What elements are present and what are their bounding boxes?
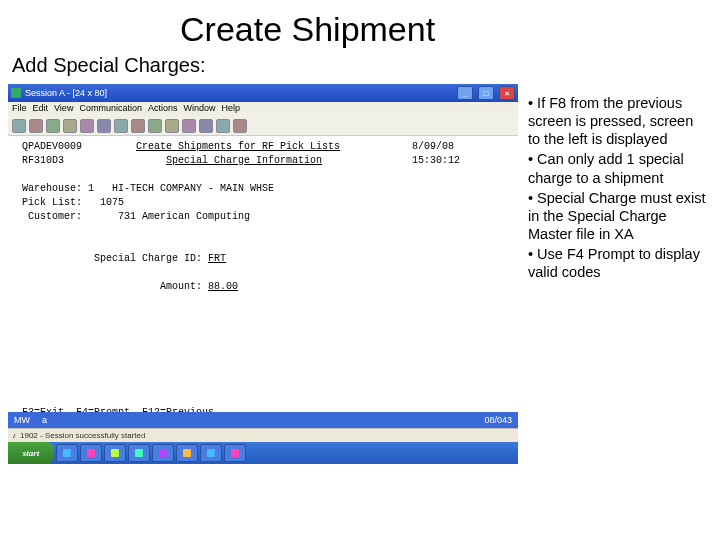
toolbar-icon[interactable] <box>63 119 77 133</box>
toolbar-icon[interactable] <box>199 119 213 133</box>
window-title: Session A - [24 x 80] <box>25 88 107 98</box>
charge-id-input[interactable]: FRT <box>208 253 226 264</box>
terminal-screen: QPADEV0009 Create Shipments for RF Pick … <box>8 136 518 412</box>
menu-item[interactable]: Edit <box>33 103 49 115</box>
menu-item[interactable]: File <box>12 103 27 115</box>
customer-name: American Computing <box>142 211 250 222</box>
close-button[interactable]: × <box>499 86 515 100</box>
toolbar-icon[interactable] <box>114 119 128 133</box>
warehouse-name: HI-TECH COMPANY - MAIN WHSE <box>112 183 274 194</box>
toolbar-icon[interactable] <box>46 119 60 133</box>
toolbar-icon[interactable] <box>97 119 111 133</box>
connect-icon: ♪ <box>12 431 16 440</box>
window-footer: ♪ 1902 - Session successfully started <box>8 428 518 442</box>
amount-input[interactable]: 88.00 <box>208 281 238 292</box>
menu-item[interactable]: Help <box>221 103 240 115</box>
start-button[interactable]: start <box>8 442 54 464</box>
notes-list: • If F8 from the previous screen is pres… <box>528 94 708 283</box>
taskbar-item[interactable] <box>56 444 78 462</box>
status-indicator: a <box>42 415 47 425</box>
toolbar <box>8 116 518 136</box>
toolbar-icon[interactable] <box>165 119 179 133</box>
menu-item[interactable]: View <box>54 103 73 115</box>
charge-id-label: Special Charge ID: <box>94 253 202 264</box>
toolbar-icon[interactable] <box>131 119 145 133</box>
picklist-label: Pick List: <box>22 197 82 208</box>
taskbar-item[interactable] <box>224 444 246 462</box>
menu-item[interactable]: Window <box>183 103 215 115</box>
toolbar-icon[interactable] <box>80 119 94 133</box>
fkeys-hint: F3=Exit F4=Prompt F12=Previous <box>22 407 214 412</box>
status-bar: MW a 08/043 <box>8 412 518 428</box>
taskbar-item[interactable] <box>104 444 126 462</box>
term-subtitle: Special Charge Information <box>166 155 322 166</box>
list-item: • Can only add 1 special charge to a shi… <box>528 150 708 186</box>
customer-label: Customer: <box>28 211 82 222</box>
taskbar-item[interactable] <box>80 444 102 462</box>
warehouse-label: Warehouse: <box>22 183 82 194</box>
list-item: • If F8 from the previous screen is pres… <box>528 94 708 148</box>
taskbar: start <box>8 442 518 464</box>
menu-bar: File Edit View Communication Actions Win… <box>8 102 518 116</box>
taskbar-item[interactable] <box>152 444 174 462</box>
customer-value: 731 <box>118 211 136 222</box>
footer-status-text: 1902 - Session successfully started <box>20 431 145 440</box>
list-item: • Use F4 Prompt to display valid codes <box>528 245 708 281</box>
taskbar-item[interactable] <box>176 444 198 462</box>
term-id: RF310D3 <box>22 155 64 166</box>
warehouse-value: 1 <box>88 183 94 194</box>
toolbar-icon[interactable] <box>233 119 247 133</box>
slide-title: Create Shipment <box>180 10 435 49</box>
maximize-button[interactable]: □ <box>478 86 494 100</box>
menu-item[interactable]: Actions <box>148 103 178 115</box>
toolbar-icon[interactable] <box>182 119 196 133</box>
terminal-screenshot: Session A - [24 x 80] _ □ × File Edit Vi… <box>8 84 518 464</box>
minimize-button[interactable]: _ <box>457 86 473 100</box>
app-icon <box>11 88 21 98</box>
menu-item[interactable]: Communication <box>79 103 142 115</box>
toolbar-icon[interactable] <box>148 119 162 133</box>
term-time: 15:30:12 <box>412 155 460 166</box>
taskbar-item[interactable] <box>128 444 150 462</box>
cursor-position: 08/043 <box>484 415 512 425</box>
status-left: MW <box>14 415 30 425</box>
term-title: Create Shipments for RF Pick Lists <box>136 141 340 152</box>
term-system: QPADEV0009 <box>22 141 82 152</box>
amount-label: Amount: <box>160 281 202 292</box>
toolbar-icon[interactable] <box>12 119 26 133</box>
window-titlebar: Session A - [24 x 80] _ □ × <box>8 84 518 102</box>
taskbar-item[interactable] <box>200 444 222 462</box>
slide-subtitle: Add Special Charges: <box>12 54 205 77</box>
toolbar-icon[interactable] <box>216 119 230 133</box>
list-item: • Special Charge must exist in the Speci… <box>528 189 708 243</box>
term-date: 8/09/08 <box>412 141 454 152</box>
toolbar-icon[interactable] <box>29 119 43 133</box>
picklist-value: 1075 <box>100 197 124 208</box>
